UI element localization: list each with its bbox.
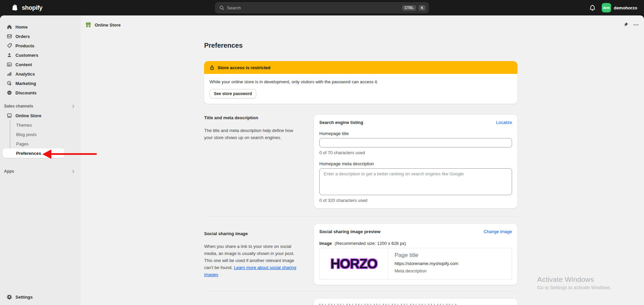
discounts-percent-icon bbox=[7, 90, 12, 95]
social-sharing-section: Social sharing image When you share a li… bbox=[204, 224, 517, 285]
banner-header: Store access is restricted bbox=[204, 61, 517, 74]
seo-section-description: The title and meta description help defi… bbox=[204, 127, 297, 141]
sidebar-item-online-store[interactable]: Online Store bbox=[3, 111, 78, 120]
next-settings-card-clipped bbox=[314, 299, 517, 305]
shopify-wordmark: shopify bbox=[22, 4, 42, 11]
chevron-right-icon bbox=[72, 104, 75, 108]
section-divider bbox=[204, 291, 517, 292]
annotation-arrow-head bbox=[42, 149, 51, 159]
localize-link[interactable]: Localize bbox=[496, 120, 512, 125]
pin-icon[interactable] bbox=[623, 22, 629, 28]
see-store-password-button[interactable]: See store password bbox=[210, 89, 256, 98]
section-divider bbox=[204, 216, 517, 217]
avatar: dem bbox=[602, 3, 611, 12]
homepage-title-input[interactable] bbox=[319, 138, 512, 147]
app-surface: Home Orders Products Customers Content A… bbox=[0, 15, 644, 305]
kbd-ctrl: CTRL bbox=[402, 5, 416, 11]
social-sharing-preview-card: Social sharing image preview Change imag… bbox=[314, 224, 517, 285]
sidebar-item-settings[interactable]: Settings bbox=[3, 292, 78, 302]
social-share-preview: HORZO Page title https://storename.mysho… bbox=[319, 248, 512, 279]
homepage-title-label: Homepage title bbox=[319, 131, 512, 136]
search-icon bbox=[219, 5, 224, 10]
social-section-title: Social sharing image bbox=[204, 231, 297, 236]
store-logo-image: HORZO bbox=[320, 248, 388, 279]
preview-meta-description: Meta description bbox=[395, 268, 458, 273]
orders-icon bbox=[7, 34, 12, 39]
page-title: Preferences bbox=[204, 41, 517, 50]
search-engine-listing-card: Search engine listing Localize Homepage … bbox=[314, 115, 517, 208]
home-icon bbox=[7, 24, 12, 30]
sidebar-item-home[interactable]: Home bbox=[3, 22, 78, 32]
meta-description-textarea[interactable] bbox=[319, 168, 512, 195]
meta-description-label: Homepage meta description bbox=[319, 161, 512, 166]
sidebar-section-apps[interactable]: Apps bbox=[3, 167, 78, 176]
social-section-description: When you share a link to your store on s… bbox=[204, 243, 297, 278]
card-title: Search engine listing bbox=[319, 120, 363, 125]
global-search[interactable]: CTRL K bbox=[215, 2, 429, 13]
windows-activation-watermark: Activate Windows Go to Settings to activ… bbox=[537, 275, 611, 290]
gear-icon bbox=[7, 294, 12, 300]
sidebar-item-orders[interactable]: Orders bbox=[3, 32, 78, 41]
customers-icon bbox=[7, 52, 12, 58]
analytics-bars-icon bbox=[7, 71, 12, 77]
meta-description-helper: 0 of 320 characters used bbox=[319, 198, 512, 203]
preview-url: https://storename.myshopify.com bbox=[395, 261, 458, 266]
search-input[interactable] bbox=[227, 5, 400, 10]
seo-section-title: Title and meta description bbox=[204, 115, 297, 120]
sidebar-subitem-themes[interactable]: Themes bbox=[3, 120, 78, 130]
content-icon bbox=[7, 62, 12, 67]
marketing-target-icon bbox=[7, 81, 12, 86]
clipped-text-fragment bbox=[319, 304, 458, 305]
banner-message: While your online store is in developmen… bbox=[210, 79, 512, 84]
store-access-banner: Store access is restricted While your on… bbox=[204, 61, 517, 104]
sidebar-item-content[interactable]: Content bbox=[3, 60, 78, 69]
lock-icon bbox=[210, 65, 215, 70]
subnav-tree-line bbox=[10, 120, 10, 148]
online-store-channel-icon bbox=[85, 21, 92, 28]
content-area: Online Store Preferences Store access is bbox=[81, 15, 644, 305]
sidebar-item-marketing[interactable]: Marketing bbox=[3, 79, 78, 88]
topbar: shopify CTRL K dem demohorzo bbox=[0, 0, 644, 15]
store-logo-text: HORZO bbox=[330, 256, 377, 271]
sidebar-section-sales-channels[interactable]: Sales channels bbox=[3, 101, 78, 111]
homepage-title-helper: 0 of 70 characters used bbox=[319, 150, 512, 155]
notifications-bell-icon[interactable] bbox=[589, 5, 596, 11]
banner-title: Store access is restricted bbox=[218, 65, 271, 70]
products-tag-icon bbox=[7, 43, 12, 48]
account-menu[interactable]: dem demohorzo bbox=[602, 3, 637, 12]
change-image-link[interactable]: Change image bbox=[484, 229, 512, 234]
online-store-icon bbox=[7, 113, 12, 118]
shopify-bag-icon bbox=[11, 4, 19, 12]
chevron-right-icon bbox=[72, 170, 75, 173]
main-column: Preferences Store access is restricted W… bbox=[204, 41, 517, 305]
account-username: demohorzo bbox=[614, 5, 637, 10]
sidebar-subitem-blog-posts[interactable]: Blog posts bbox=[3, 130, 78, 139]
annotation-arrow-tail bbox=[50, 153, 97, 155]
image-size-hint: (Recommended size: 1200 x 628 px) bbox=[335, 241, 406, 246]
sidebar-item-customers[interactable]: Customers bbox=[3, 50, 78, 60]
seo-section: Title and meta description The title and… bbox=[204, 115, 517, 208]
content-header-title: Online Store bbox=[95, 23, 121, 28]
preview-page-title: Page title bbox=[395, 252, 458, 259]
kbd-k: K bbox=[419, 5, 426, 11]
shopify-logo[interactable]: shopify bbox=[11, 4, 42, 12]
card-title: Social sharing image preview bbox=[319, 229, 380, 234]
sidebar-item-products[interactable]: Products bbox=[3, 41, 78, 50]
image-label: Image bbox=[319, 241, 332, 246]
more-options-ellipsis-icon[interactable] bbox=[633, 22, 639, 28]
sidebar: Home Orders Products Customers Content A… bbox=[0, 15, 81, 305]
sidebar-item-discounts[interactable]: Discounts bbox=[3, 88, 78, 97]
sidebar-item-analytics[interactable]: Analytics bbox=[3, 69, 78, 79]
content-header: Online Store bbox=[81, 15, 644, 31]
sidebar-subitem-pages[interactable]: Pages bbox=[3, 139, 78, 148]
